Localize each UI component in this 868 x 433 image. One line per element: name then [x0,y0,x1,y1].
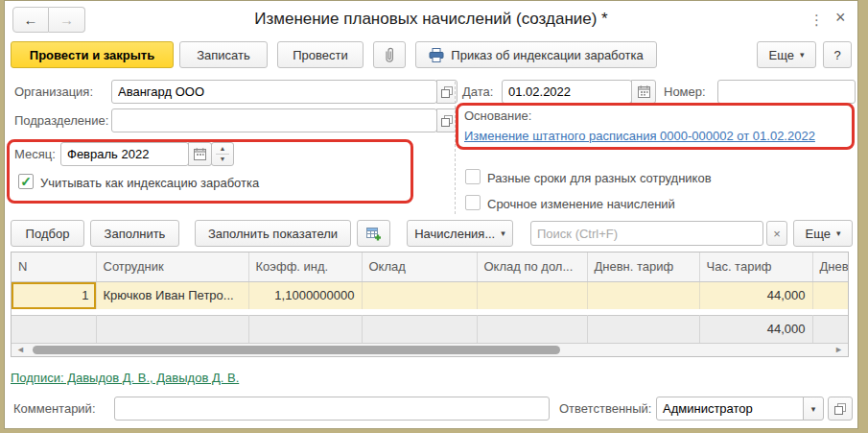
month-label: Месяц: [14,147,56,161]
fill-button[interactable]: Заполнить [90,220,179,247]
basis-label: Основание: [464,108,531,123]
dept-label: Подразделение: [14,113,108,128]
basis-link[interactable]: Изменение штатного расписания 0000-00000… [464,129,815,143]
nav-buttons: ← → [12,7,85,33]
more-label: Еще [806,227,831,241]
paperclip-icon [383,47,396,63]
diff-terms-checkbox[interactable] [465,169,481,184]
forward-button[interactable]: → [49,7,85,33]
date-field[interactable] [502,80,632,104]
col-header-n[interactable]: N [12,253,96,281]
date-label: Дата: [462,84,493,99]
col-header-employee[interactable]: Сотрудник [96,253,248,281]
month-spinner[interactable]: ▲ ▼ [211,142,234,166]
dept-field[interactable] [111,108,437,132]
org-label: Организация: [14,84,93,99]
help-button[interactable]: ? [823,41,852,68]
scroll-right-icon[interactable]: ► [834,345,843,354]
back-icon: ← [24,12,38,28]
col-header-hour-rate[interactable]: Час. тариф [699,253,812,281]
org-field[interactable] [111,80,437,104]
cell-hour-rate[interactable]: 44,000 [699,281,812,309]
cell-salary[interactable] [362,281,477,309]
cell-employee[interactable]: Крючков Иван Петро... [96,281,248,309]
clear-icon: × [773,227,781,241]
chevron-down-icon: ▾ [501,229,505,238]
form-divider [455,82,456,214]
col-header-salary-pos[interactable]: Оклад по дол... [477,253,587,281]
table-totals-row: 44,000 [12,315,848,343]
diff-terms-checkbox-label: Разные сроки для разных сотрудников [487,171,712,185]
page-title: Изменение плановых начислений (создание)… [96,10,766,29]
indexation-checkbox-label: Учитывать как индексацию заработка [40,176,259,190]
print-order-button[interactable]: Приказ об индексации заработка [415,41,657,68]
printer-icon [429,48,444,62]
search-clear-button[interactable]: × [766,221,787,246]
responsible-dropdown-button[interactable]: ▾ [803,397,824,421]
write-button[interactable]: Записать [179,41,268,68]
number-label: Номер: [664,84,706,99]
cell-day2[interactable] [812,281,848,309]
post-button[interactable]: Провести [277,41,364,68]
table-header-row: N Сотрудник Коэфф. инд. Оклад Оклад по д… [12,253,848,281]
date-calendar-button[interactable] [631,80,656,104]
print-order-label: Приказ об индексации заработка [451,48,643,62]
more-label: Еще [769,48,794,62]
spin-up-icon: ▲ [220,145,226,153]
responsible-open-button[interactable] [828,397,853,421]
totals-hour-rate: 44,000 [699,315,812,343]
add-row-button[interactable] [357,220,390,247]
month-calendar-button[interactable] [188,142,212,166]
horizontal-scrollbar[interactable]: ◄ ► [12,343,848,356]
more-button-top[interactable]: Еще ▾ [757,41,816,68]
cell-day-rate[interactable] [587,281,699,309]
signatures-link[interactable]: Подписи: Давыдов Д. В., Давыдов Д. В. [11,371,239,385]
chevron-down-icon: ▾ [836,229,841,238]
open-icon [834,403,846,415]
urgent-checkbox[interactable] [465,195,481,210]
forward-icon: → [59,12,74,28]
accruals-table: N Сотрудник Коэфф. инд. Оклад Оклад по д… [11,252,849,357]
accruals-button[interactable]: Начисления... ▾ [407,220,513,247]
responsible-value: Администратор [663,401,753,416]
table-add-icon [365,226,382,242]
col-header-coeff[interactable]: Коэфф. инд. [248,253,362,281]
close-icon[interactable]: × [835,8,846,28]
attachments-button[interactable] [373,41,406,68]
cell-coeff[interactable]: 1,1000000000 [248,281,362,309]
scroll-left-icon[interactable]: ◄ [16,345,25,354]
calendar-icon [638,85,650,98]
col-header-day2[interactable]: Днев [812,253,848,281]
chevron-down-icon: ▾ [811,404,816,414]
chevron-down-icon: ▾ [800,50,805,60]
accruals-label: Начисления... [414,227,495,241]
comment-field[interactable] [114,397,550,421]
indexation-checkbox[interactable]: ✓ [18,174,34,189]
responsible-label: Ответственный: [559,401,651,416]
more-button-table[interactable]: Еще ▾ [793,220,853,247]
fill-indicators-button[interactable]: Заполнить показатели [195,220,351,247]
calendar-icon [194,148,206,160]
post-and-close-button[interactable]: Провести и закрыть [11,41,174,68]
scrollbar-thumb[interactable] [33,346,560,354]
col-header-salary[interactable]: Оклад [362,253,477,281]
spin-down-icon: ▼ [220,156,226,163]
document-window: ← → Изменение плановых начислений (созда… [4,0,858,429]
check-icon: ✓ [20,175,32,188]
table-row[interactable]: 1 Крючков Иван Петро... 1,1000000000 44,… [12,281,848,309]
responsible-field[interactable]: Администратор [656,397,804,421]
cell-n[interactable]: 1 [12,281,96,309]
search-input[interactable] [530,221,763,246]
col-header-day-rate[interactable]: Дневн. тариф [587,253,699,281]
pick-button[interactable]: Подбор [11,220,84,247]
open-icon [441,115,453,127]
back-button[interactable]: ← [12,7,49,33]
urgent-checkbox-label: Срочное изменение начислений [487,197,675,211]
window-menu-icon[interactable]: ⋮ [809,12,824,29]
number-field[interactable] [717,80,856,104]
cell-salary-pos[interactable] [477,281,587,309]
month-field[interactable] [60,142,189,166]
comment-label: Комментарий: [13,401,96,416]
open-icon [441,86,453,98]
